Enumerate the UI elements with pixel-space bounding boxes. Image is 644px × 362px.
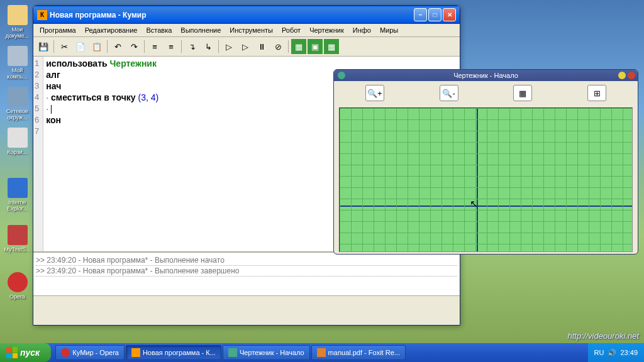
desktop-icon-computer[interactable]: Мой компь... <box>3 46 31 80</box>
menu-edit[interactable]: Редактирование <box>81 25 142 35</box>
start-button[interactable]: пуск <box>0 343 51 362</box>
desktop-icon-ie[interactable]: Interne Explor... <box>3 178 31 212</box>
titlebar[interactable]: К Новая программа - Кумир – □ ✕ <box>33 6 460 24</box>
draw-close-button[interactable] <box>628 72 635 79</box>
stop-button[interactable]: ⊘ <box>270 39 286 54</box>
draw-minimize-button[interactable] <box>618 72 626 79</box>
step-out-button[interactable]: ↳ <box>201 39 216 54</box>
save-button[interactable]: 💾 <box>36 39 51 54</box>
taskbar-item-draw[interactable]: Чертежник - Начало <box>223 345 310 360</box>
world3-button[interactable]: ▦ <box>324 39 339 54</box>
fit-button[interactable]: ⊞ <box>587 85 606 101</box>
indent-left-button[interactable]: ≡ <box>147 39 162 54</box>
run2-button[interactable]: ▷ <box>238 39 253 54</box>
minimize-button[interactable]: – <box>414 8 427 21</box>
indent-right-button[interactable]: ≡ <box>164 39 179 54</box>
app-icon: К <box>37 10 47 20</box>
draw-window: Чертежник - Начало 🔍+ 🔍- ▦ ⊞ <box>333 69 638 255</box>
menu-tools[interactable]: Инструменты <box>226 25 277 35</box>
line-gutter: 1234567 <box>33 57 43 251</box>
grid-button[interactable]: ▦ <box>513 85 532 101</box>
statusbar <box>33 295 460 308</box>
run-button[interactable]: ▷ <box>221 39 236 54</box>
copy-button[interactable]: 📄 <box>73 39 88 54</box>
desktop-icon-opera[interactable]: Opera <box>3 272 31 300</box>
draw-title: Чертежник - Начало <box>453 72 518 79</box>
desktop-icon-documents[interactable]: Мои докуме... <box>3 5 31 39</box>
world1-button[interactable]: ▦ <box>291 39 306 54</box>
taskbar-item-opera[interactable]: КуМир - Opera <box>55 345 125 360</box>
desktop-icon-trash[interactable]: Корзи... <box>3 128 31 155</box>
output-console[interactable]: >> 23:49:20 - Новая программа* - Выполне… <box>33 251 460 295</box>
window-title: Новая программа - Кумир <box>50 11 147 19</box>
zoom-in-button[interactable]: 🔍+ <box>365 85 384 101</box>
menubar: Программа Редактирование Вставка Выполне… <box>33 24 460 37</box>
world2-button[interactable]: ▣ <box>308 39 323 54</box>
tray-icon[interactable]: 🔊 <box>608 349 616 357</box>
console-line: >> 23:49:20 - Новая программа* - Выполне… <box>36 266 457 277</box>
menu-worlds[interactable]: Миры <box>376 25 402 35</box>
menu-program[interactable]: Программа <box>36 25 80 35</box>
close-button[interactable]: ✕ <box>443 8 456 21</box>
cut-button[interactable]: ✂ <box>57 39 72 54</box>
tray-lang[interactable]: RU <box>594 349 604 356</box>
step-in-button[interactable]: ↴ <box>184 39 199 54</box>
draw-app-icon <box>338 72 345 79</box>
desktop-icon-network[interactable]: Сетевое окруж... <box>3 87 31 121</box>
menu-robot[interactable]: Робот <box>278 25 304 35</box>
menu-info[interactable]: Инфо <box>349 25 375 35</box>
undo-button[interactable]: ↶ <box>110 39 125 54</box>
menu-run[interactable]: Выполнение <box>177 25 225 35</box>
system-tray[interactable]: RU 🔊 23:49 <box>588 343 644 362</box>
windows-logo-icon <box>6 347 18 358</box>
menu-draw[interactable]: Чертежник <box>306 25 348 35</box>
pause-button[interactable]: ⏸ <box>254 39 269 54</box>
watermark-text: http://videouroki.net <box>568 331 639 341</box>
zoom-out-button[interactable]: 🔍- <box>440 85 458 101</box>
taskbar-item-kumir[interactable]: Новая программа - К... <box>126 345 221 360</box>
toolbar: 💾 ✂ 📄 📋 ↶ ↷ ≡ ≡ ↴ ↳ ▷ ▷ ⏸ ⊘ ▦ ▣ ▦ <box>33 37 460 57</box>
menu-insert[interactable]: Вставка <box>142 25 175 35</box>
text-cursor <box>51 105 52 114</box>
maximize-button[interactable]: □ <box>428 8 441 21</box>
desktop-icon-mytest[interactable]: MyTestS... <box>3 225 31 253</box>
paste-button[interactable]: 📋 <box>89 39 104 54</box>
taskbar-item-foxit[interactable]: manual.pdf - Foxit Re... <box>311 345 406 360</box>
taskbar: пуск КуМир - Opera Новая программа - К..… <box>0 343 644 362</box>
draw-toolbar: 🔍+ 🔍- ▦ ⊞ <box>334 81 638 105</box>
draw-canvas[interactable] <box>339 107 633 252</box>
tray-clock[interactable]: 23:49 <box>620 349 638 356</box>
draw-titlebar[interactable]: Чертежник - Начало <box>334 70 638 81</box>
redo-button[interactable]: ↷ <box>126 39 142 54</box>
